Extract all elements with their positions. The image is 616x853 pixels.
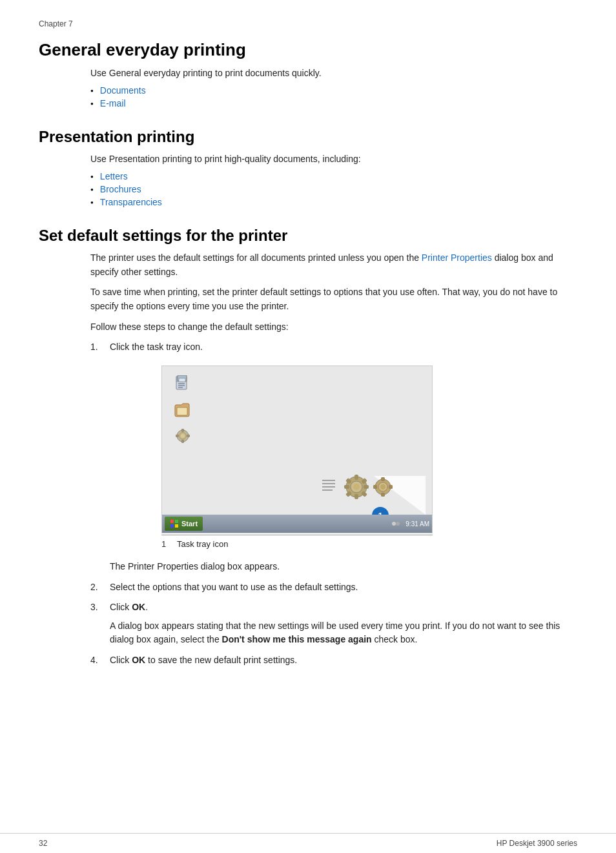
svg-point-16 — [181, 434, 185, 438]
svg-rect-35 — [381, 477, 385, 481]
presentation-link-transparencies[interactable]: Transparencies — [90, 197, 577, 207]
step-1-num: 1. — [90, 340, 110, 354]
step-3-bold1: Don't show me — [222, 634, 286, 644]
taskbar-start-button: Start — [165, 517, 203, 531]
taskbar-time: 9:31 AM — [406, 519, 429, 529]
desktop-icon-3 — [174, 427, 192, 445]
taskbar-icons — [391, 519, 402, 528]
step-4-text-after: to save the new default print settings. — [145, 655, 297, 665]
svg-rect-11 — [181, 429, 184, 432]
general-section: General everyday printing Use General ev… — [39, 40, 577, 108]
step-4-text-before: Click — [110, 655, 132, 665]
footer: 32 HP Deskjet 3900 series — [0, 833, 616, 853]
svg-point-44 — [396, 522, 400, 526]
screenshot-image: 1 — [161, 365, 433, 533]
svg-rect-7 — [179, 378, 185, 382]
small-gear-icon — [373, 477, 393, 497]
step-3-content: Click OK. A dialog box appears stating t… — [110, 601, 577, 647]
svg-rect-37 — [373, 485, 377, 489]
chapter-label: Chapter 7 — [39, 19, 577, 28]
svg-rect-24 — [354, 475, 358, 480]
step-2-text: Select the options that you want to use … — [110, 582, 358, 592]
desktop-icon-2 — [174, 401, 192, 419]
step-3-text-after: . — [145, 602, 148, 612]
svg-rect-14 — [187, 435, 190, 437]
general-link-documents[interactable]: Documents — [90, 85, 577, 96]
step-1-text: Click the task tray icon. — [110, 342, 203, 352]
svg-rect-8 — [177, 407, 187, 415]
presentation-link-brochures[interactable]: Brochures — [90, 184, 577, 194]
svg-rect-27 — [364, 485, 369, 489]
printer-properties-link[interactable]: Printer Properties — [422, 252, 492, 263]
svg-rect-26 — [344, 485, 349, 489]
product-name: HP Deskjet 3900 series — [497, 839, 577, 848]
caption-text: Task tray icon — [177, 538, 228, 551]
step-3: 3. Click OK. A dialog box appears statin… — [90, 601, 577, 647]
svg-rect-36 — [381, 493, 385, 497]
svg-rect-25 — [354, 494, 358, 499]
defaults-title: Set default settings for the printer — [39, 227, 577, 245]
general-description: Use General everyday printing to print d… — [90, 67, 577, 80]
general-link-email[interactable]: E-mail — [90, 98, 577, 108]
step-4: 4. Click OK to save the new default prin… — [90, 653, 577, 667]
after-screenshot-text: The Printer Properties dialog box appear… — [110, 560, 577, 574]
defaults-para2: To save time when printing, set the prin… — [90, 285, 577, 313]
large-gear-icon — [343, 473, 370, 500]
svg-point-43 — [392, 522, 396, 526]
caption-number: 1 — [161, 538, 177, 551]
presentation-title: Presentation printing — [39, 128, 577, 146]
step-1-content: Click the task tray icon. — [110, 340, 577, 573]
gear-cluster — [321, 473, 393, 500]
step-2-content: Select the options that you want to use … — [110, 581, 577, 594]
page-number: 32 — [39, 839, 47, 848]
svg-point-23 — [353, 484, 360, 490]
taskbar: Start 9:31 AM — [162, 515, 432, 533]
step-4-ok: OK — [132, 655, 145, 665]
svg-rect-13 — [176, 435, 179, 437]
step-4-num: 4. — [90, 653, 110, 667]
step-3-para: A dialog box appears stating that the ne… — [110, 619, 577, 647]
step-2: 2. Select the options that you want to u… — [90, 581, 577, 594]
svg-rect-42 — [175, 524, 178, 528]
general-title: General everyday printing — [39, 40, 577, 60]
lines-icon — [321, 475, 340, 498]
presentation-links-list: Letters Brochures Transparencies — [90, 171, 577, 207]
step-3-ok: OK — [132, 602, 145, 612]
defaults-para3: Follow these steps to change the default… — [90, 320, 577, 334]
defaults-para1: The printer uses the default settings fo… — [90, 251, 577, 279]
presentation-description: Use Presentation printing to print high-… — [90, 152, 577, 166]
desktop-icon-1 — [174, 375, 192, 393]
step-3-bold2: this message again — [288, 634, 371, 644]
step-4-content: Click OK to save the new default print s… — [110, 653, 577, 667]
svg-rect-39 — [170, 520, 174, 523]
general-links-list: Documents E-mail — [90, 85, 577, 108]
step-1: 1. Click the task tray icon. — [90, 340, 577, 573]
svg-point-34 — [380, 484, 385, 489]
desktop-icons — [174, 375, 192, 445]
taskbar-right: 9:31 AM — [391, 519, 429, 529]
screenshot-container: 1 — [161, 365, 433, 551]
defaults-section: Set default settings for the printer The… — [39, 227, 577, 667]
steps-list: 1. Click the task tray icon. — [90, 340, 577, 667]
presentation-section: Presentation printing Use Presentation p… — [39, 128, 577, 207]
presentation-link-letters[interactable]: Letters — [90, 171, 577, 181]
step-3-para-after: check box. — [372, 634, 418, 644]
windows-logo-icon — [170, 519, 179, 528]
step-3-num: 3. — [90, 601, 110, 614]
svg-rect-40 — [175, 520, 178, 523]
svg-rect-12 — [181, 440, 184, 443]
screenshot-caption: 1 Task tray icon — [161, 535, 433, 551]
svg-rect-41 — [170, 524, 174, 528]
step-3-text-before: Click — [110, 602, 132, 612]
step-2-num: 2. — [90, 581, 110, 594]
svg-rect-38 — [389, 485, 393, 489]
